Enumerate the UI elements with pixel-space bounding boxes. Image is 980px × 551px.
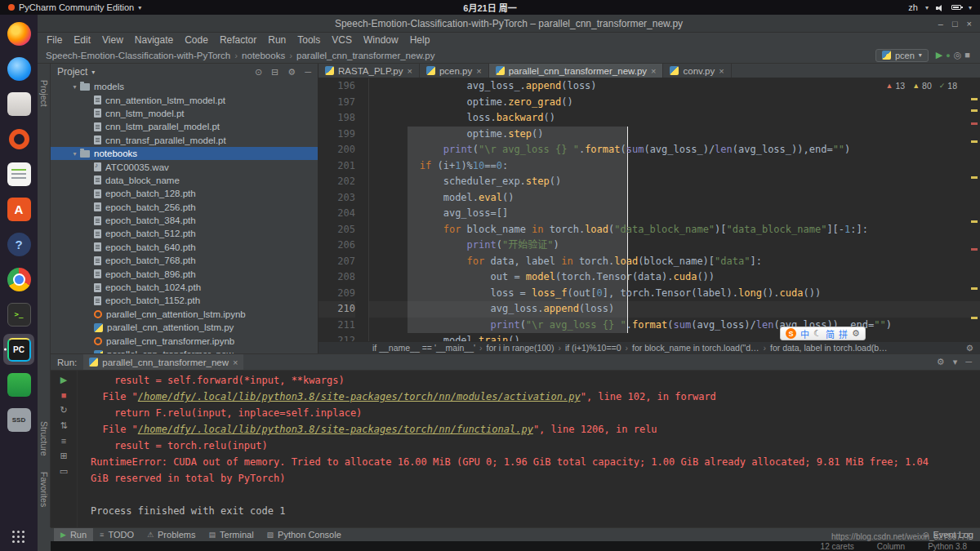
menu-run[interactable]: Run [262,34,292,46]
tree-item-parallel-cnn-transformer-new[interactable]: parallel_cnn_transformer_new [51,348,318,353]
volume-icon[interactable] [936,4,944,11]
dock-ubuntu-welcome[interactable] [3,123,34,154]
ime-toolbar[interactable]: S 中☾简拼⚙ [780,327,866,340]
tree-item-epoch-batch-512-pth[interactable]: epoch_batch_512.pth [51,227,318,240]
editor-breadcrumb-if-i-1-10-0[interactable]: if (i+1)%10==0 [565,343,621,353]
system-menu-chevron-icon[interactable]: ▾ [969,4,972,11]
clear-console-button[interactable]: ▭ [60,466,68,477]
settings-icon[interactable]: ⚙ [287,67,296,78]
tree-item-cnn-lstm-model-pt[interactable]: cnn_lstm_model.pt [51,107,318,120]
status-column[interactable]: Column [877,542,905,551]
tab-conv-py[interactable]: conv.py× [663,64,731,78]
settings-icon[interactable]: ⚙ [937,357,945,367]
toolwindow-todo[interactable]: ≡TODO [93,528,140,541]
status-python-3-8[interactable]: Python 3.8 [928,542,967,551]
dock-ssd-drive[interactable]: SSD [3,404,34,435]
dock-ubuntu-software[interactable]: A [3,193,34,224]
breadcrumb-speech-emotion-classification-with-pytorch[interactable]: Speech-Emotion-Classification-with-PyTor… [46,51,230,60]
dock-web-browser[interactable] [3,53,34,84]
menu-tools[interactable]: Tools [292,34,326,46]
menu-window[interactable]: Window [358,34,404,46]
status-12-carets[interactable]: 12 carets [821,542,854,551]
menu-refactor[interactable]: Refactor [214,34,262,46]
stop-button[interactable]: ■ [61,390,67,400]
menu-navigate[interactable]: Navigate [129,34,179,46]
menu-vcs[interactable]: VCS [326,34,358,46]
menu-help[interactable]: Help [404,34,436,46]
tree-item-epoch-batch-1152-pth[interactable]: epoch_batch_1152.pth [51,294,318,307]
editor-gutter[interactable]: 1961971981992002012022032042052062072082… [318,78,369,341]
coverage-button[interactable]: ◎ [954,50,962,60]
close-button[interactable]: × [967,19,972,29]
dock-chevron-icon[interactable]: ▾ [953,357,958,367]
topbar-app-menu[interactable]: PyCharm Community Edition ▾ [8,2,141,12]
editor-breadcrumb-for-data-label-in-torch-load[interactable]: for data, label in torch.load(b… [770,343,888,353]
editor-breadcrumb-for-block-name-in-torch-load[interactable]: for block_name in torch.load("d… [632,343,759,353]
warning-count[interactable]: ▲80 [912,81,932,91]
breadcrumb-notebooks[interactable]: notebooks [242,51,285,60]
tab-rasta-plp-py[interactable]: RASTA_PLP.py× [318,64,420,78]
menu-view[interactable]: View [96,34,129,46]
debug-button[interactable]: ● [946,51,950,60]
tab-close-icon[interactable]: × [719,66,724,76]
dock-package-manager[interactable] [3,369,34,400]
tab-close-icon[interactable]: × [233,358,238,367]
window-titlebar[interactable]: Speech-Emotion-Classification-with-PyTor… [38,15,980,33]
stripe-structure-label[interactable]: Structure [39,421,49,456]
tree-item-epoch-batch-128-pth[interactable]: epoch_batch_128.pth [51,187,318,200]
collapse-all-button[interactable]: ⊟ [271,67,278,78]
dock-terminal[interactable]: >_ [3,299,34,330]
toolwindow-python-console[interactable]: ▧Python Console [261,528,348,541]
editor-breadcrumb-if-name-main[interactable]: if __name__ == '__main__' [372,343,475,353]
tree-item-epoch-batch-896-pth[interactable]: epoch_batch_896.pth [51,267,318,280]
tree-item-data-block-name[interactable]: data_block_name [51,174,318,187]
rerun-button[interactable]: ▶ [60,375,67,385]
ime-chinese-mode[interactable]: 中 [800,327,809,340]
tree-item-notebooks[interactable]: ▾notebooks [51,147,318,160]
tree-item-cnn-transf-parallel-model-pt[interactable]: cnn_transf_parallel_model.pt [51,134,318,147]
hide-panel-button[interactable]: ─ [305,67,311,78]
dock-chrome[interactable] [3,264,34,295]
tree-item-epoch-batch-640-pth[interactable]: epoch_batch_640.pth [51,241,318,254]
settings-icon[interactable]: ⚙ [966,343,973,353]
stripe-favorites-label[interactable]: Favorites [39,472,49,507]
tab-close-icon[interactable]: × [476,66,481,76]
tree-item-parallel-cnn-attention-lstm-py[interactable]: parallel_cnn_attention_lstm.py [51,321,318,334]
tree-item-epoch-batch-256-pth[interactable]: epoch_batch_256.pth [51,201,318,214]
tree-item-atc00035-wav[interactable]: ATC00035.wav [51,160,318,173]
toolwindow-run[interactable]: ▶Run [54,528,93,541]
run-button[interactable]: ▶ [936,50,942,60]
typo-count[interactable]: ✓18 [939,81,957,91]
expand-arrow[interactable]: ▾ [69,83,80,91]
soft-wrap-button[interactable]: ≡ [61,436,66,446]
maximize-button[interactable]: □ [952,19,958,29]
scroll-to-end-button[interactable]: ⊞ [60,451,67,461]
editor-breadcrumb-for-i-in-range-100[interactable]: for i in range(100) [487,343,555,353]
run-configuration-select[interactable]: pcen ▾ [875,49,929,62]
ime-pinyin[interactable]: 拼 [839,327,848,340]
tab-close-icon[interactable]: × [651,66,656,76]
tree-item-epoch-batch-768-pth[interactable]: epoch_batch_768.pth [51,254,318,267]
tab-pcen-py[interactable]: pcen.py× [420,64,489,78]
topbar-clock[interactable]: 6月21日 周一 [463,1,516,14]
tree-item-cnn-lstm-parallel-model-pt[interactable]: cnn_lstm_parallel_model.pt [51,120,318,133]
stop-button[interactable]: ■ [964,50,970,60]
dock-firefox[interactable] [3,18,34,49]
ime-settings-icon[interactable]: ⚙ [852,328,860,339]
tree-item-parallel-cnn-transformer-ipynb[interactable]: parallel_cnn_transformer.ipynb [51,334,318,347]
tab-close-icon[interactable]: × [407,66,412,76]
menu-code[interactable]: Code [179,34,214,46]
menu-edit[interactable]: Edit [68,34,96,46]
console-file-link[interactable]: /home/dfy/.local/lib/python3.8/site-pack… [138,391,581,402]
tree-item-cnn-attention-lstm-model-pt[interactable]: cnn_attention_lstm_model.pt [51,93,318,106]
expand-arrow[interactable]: ▾ [69,150,80,158]
breadcrumb-parallel-cnn-transformer-new-py[interactable]: parallel_cnn_transformer_new.py [296,51,434,60]
ime-simplified[interactable]: 简 [826,327,835,340]
ime-night-icon[interactable]: ☾ [813,328,822,339]
menu-file[interactable]: File [41,34,68,46]
tree-item-epoch-batch-1024-pth[interactable]: epoch_batch_1024.pth [51,281,318,294]
dock-text-editor[interactable] [3,158,34,189]
hide-icon[interactable]: ─ [965,357,972,367]
keyboard-layout-indicator[interactable]: zh [908,2,918,12]
code-editor[interactable]: 1961971981992002012022032042052062072082… [318,78,980,341]
